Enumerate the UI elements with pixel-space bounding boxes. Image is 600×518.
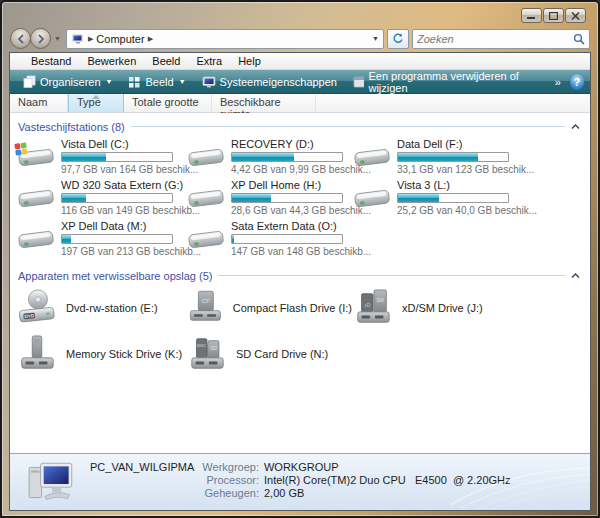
drive-tile-l[interactable]: Vista 3 (L:) 25,2 GB van 40,0 GB beschik… — [352, 179, 586, 217]
command-toolbar: Organiseren ▼ Beeld ▼ Systeemeigenschapp… — [10, 70, 590, 94]
minimize-button[interactable] — [521, 8, 542, 23]
device-tile-j[interactable]: xD/SM Drive (J:) — [352, 286, 586, 330]
capacity-bar — [231, 152, 343, 162]
capacity-bar — [397, 152, 509, 162]
drive-tile-d[interactable]: RECOVERY (D:) 4,42 GB van 9,99 GB beschi… — [186, 138, 352, 176]
overflow-chevron: » — [555, 76, 561, 88]
back-arrow-icon — [16, 34, 26, 44]
hard-drive-icon — [186, 222, 226, 254]
drive-name: XP Dell Data (M:) — [61, 220, 177, 232]
capacity-bar — [61, 193, 173, 203]
device-tile-k[interactable]: Memory Stick Drive (K:) — [16, 332, 186, 376]
workgroup-label: Werkgroep: — [202, 461, 259, 473]
drive-tile-g[interactable]: WD 320 Sata Extern (G:) 116 GB van 149 G… — [16, 179, 186, 217]
toolbar-overflow-button[interactable]: » — [548, 74, 568, 90]
capacity-bar — [61, 234, 173, 244]
drive-tile-o[interactable]: Sata Extern Data (O:) 147 GB van 148 GB … — [186, 220, 352, 258]
help-button[interactable]: ? — [570, 74, 584, 90]
close-icon — [571, 12, 580, 20]
drive-name: WD 320 Sata Extern (G:) — [61, 179, 177, 191]
menu-bestand[interactable]: Bestand — [24, 54, 78, 68]
recent-pages-caret[interactable]: ▼ — [54, 35, 61, 42]
device-name: Memory Stick Drive (K:) — [66, 348, 182, 360]
search-input[interactable] — [417, 33, 573, 45]
capacity-bar-fill — [232, 194, 271, 202]
organize-caret-icon: ▼ — [106, 78, 113, 85]
breadcrumb-arrow-icon[interactable]: ▶ — [148, 35, 153, 43]
capacity-bar-fill — [398, 153, 478, 161]
group-header-harddisks[interactable]: Vasteschijfstations (8) — [14, 118, 586, 135]
swoosh-decoration — [440, 460, 590, 510]
column-header-free-space[interactable]: Beschikbare ruimte — [212, 94, 316, 112]
device-name: Dvd-rw-station (E:) — [66, 302, 158, 314]
drive-name: Vista 3 (L:) — [397, 179, 513, 191]
refresh-button[interactable] — [387, 29, 409, 49]
drive-name: Vista Dell (C:) — [61, 138, 177, 150]
forward-button[interactable] — [30, 28, 51, 49]
drive-capacity: 97,7 GB van 164 GB beschik... — [61, 164, 177, 175]
sort-ascending-icon — [92, 95, 100, 99]
device-tile-e[interactable]: Dvd-rw-station (E:) — [16, 286, 186, 330]
capacity-bar-fill — [62, 235, 71, 243]
drive-tile-f[interactable]: Data Dell (F:) 33,1 GB van 123 GB beschi… — [352, 138, 586, 176]
drive-capacity: 28,6 GB van 44,3 GB beschik... — [231, 205, 347, 216]
organize-button[interactable]: Organiseren ▼ — [16, 73, 119, 90]
group-header-removable[interactable]: Apparaten met verwisselbare opslag (5) — [14, 267, 586, 284]
breadcrumb-computer[interactable]: Computer — [96, 33, 144, 45]
hard-drive-icon — [352, 181, 392, 213]
device-tile-n[interactable]: SD Card Drive (N:) — [186, 332, 352, 376]
system-properties-label: Systeemeigenschappen — [220, 76, 337, 88]
organize-label: Organiseren — [40, 76, 101, 88]
views-button[interactable]: Beeld ▼ — [121, 74, 192, 90]
hard-drive-icon — [16, 181, 56, 213]
column-label: Naam — [18, 96, 47, 108]
system-properties-button[interactable]: Systeemeigenschappen — [195, 74, 344, 90]
drive-name: XP Dell Home (H:) — [231, 179, 347, 191]
menu-beeld[interactable]: Beeld — [145, 54, 187, 68]
views-caret-icon: ▼ — [179, 78, 186, 85]
address-bar[interactable]: ▶ Computer ▶ ▼ — [66, 29, 384, 49]
uninstall-program-button[interactable]: Een programma verwijderen of wijzigen — [346, 68, 546, 96]
capacity-bar — [397, 193, 509, 203]
menu-bewerken[interactable]: Bewerken — [80, 54, 143, 68]
drive-name: RECOVERY (D:) — [231, 138, 347, 150]
column-label: Totale grootte — [132, 96, 199, 108]
capacity-bar — [61, 152, 173, 162]
memory-stick-icon — [16, 334, 58, 374]
dvd-drive-icon — [16, 287, 58, 329]
capacity-bar-fill — [232, 153, 294, 161]
client-area: Bestand Bewerken Beeld Extra Help Organi… — [9, 52, 591, 511]
drive-tile-h[interactable]: XP Dell Home (H:) 28,6 GB van 44,3 GB be… — [186, 179, 352, 217]
device-name: Compact Flash Drive (I:) — [233, 302, 352, 314]
compact-flash-icon — [186, 288, 225, 328]
minimize-icon — [527, 12, 536, 20]
collapse-chevron-icon[interactable] — [565, 273, 586, 279]
group-divider — [218, 275, 565, 276]
collapse-chevron-icon[interactable] — [565, 124, 586, 130]
device-tile-i[interactable]: Compact Flash Drive (I:) — [186, 286, 352, 330]
menu-help[interactable]: Help — [231, 54, 268, 68]
hard-drive-icon — [352, 140, 392, 172]
file-list: Vasteschijfstations (8) Vista Dell (C:) — [10, 113, 590, 453]
back-button[interactable] — [10, 28, 31, 49]
drive-capacity: 116 GB van 149 GB beschikb... — [61, 205, 177, 216]
forward-arrow-icon — [36, 34, 46, 44]
capacity-bar — [231, 193, 343, 203]
computer-icon — [71, 33, 85, 45]
capacity-bar-fill — [62, 153, 106, 161]
column-header-name[interactable]: Naam — [10, 94, 68, 112]
column-header-type[interactable]: Type — [68, 94, 124, 112]
program-icon — [353, 76, 364, 88]
address-dropdown-caret[interactable]: ▼ — [372, 35, 379, 42]
menu-extra[interactable]: Extra — [189, 54, 229, 68]
harddisk-grid: Vista Dell (C:) 97,7 GB van 164 GB besch… — [14, 135, 586, 258]
close-button[interactable] — [565, 8, 586, 23]
drive-capacity: 25,2 GB van 40,0 GB beschik... — [397, 205, 513, 216]
maximize-button[interactable] — [543, 8, 564, 23]
drive-tile-c[interactable]: Vista Dell (C:) 97,7 GB van 164 GB besch… — [16, 138, 186, 176]
capacity-bar-fill — [232, 235, 234, 243]
search-icon[interactable] — [573, 33, 585, 45]
drive-tile-m[interactable]: XP Dell Data (M:) 197 GB van 213 GB besc… — [16, 220, 186, 258]
maximize-icon — [549, 12, 558, 20]
column-header-total-size[interactable]: Totale grootte — [124, 94, 212, 112]
